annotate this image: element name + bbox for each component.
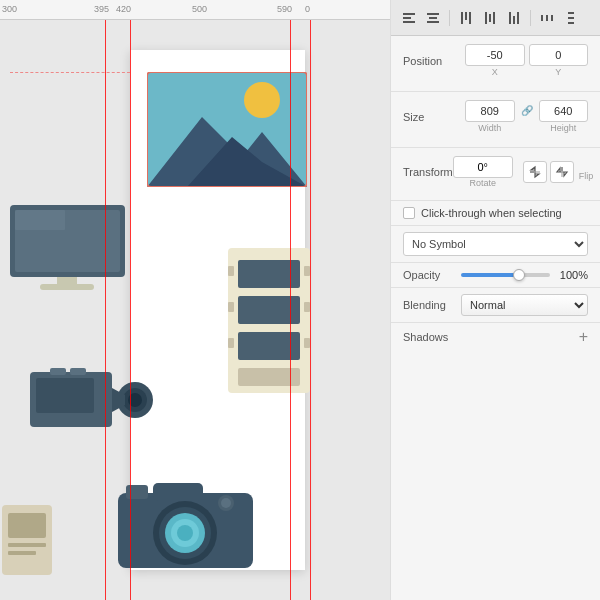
size-width-label: Width bbox=[478, 123, 501, 133]
svg-rect-8 bbox=[57, 277, 77, 285]
svg-rect-51 bbox=[469, 12, 471, 24]
blending-select[interactable]: Normal Multiply Screen Overlay bbox=[461, 294, 588, 316]
svg-rect-55 bbox=[509, 12, 511, 24]
opacity-slider[interactable] bbox=[461, 273, 550, 277]
svg-point-38 bbox=[221, 498, 231, 508]
flip-vertical-button[interactable] bbox=[550, 161, 574, 183]
size-width-input[interactable] bbox=[465, 100, 515, 122]
rotate-input[interactable] bbox=[453, 156, 513, 178]
ruler-mark-420: 420 bbox=[116, 4, 131, 14]
align-middle-v-icon[interactable] bbox=[480, 8, 500, 28]
video-icon bbox=[30, 360, 155, 440]
opacity-label: Opacity bbox=[403, 269, 455, 281]
svg-rect-28 bbox=[70, 368, 86, 375]
position-y-input[interactable] bbox=[529, 44, 589, 66]
size-label: Size bbox=[403, 111, 465, 123]
flip-buttons: Flip bbox=[523, 161, 594, 183]
flip-label: Flip bbox=[579, 171, 594, 181]
svg-rect-62 bbox=[568, 17, 574, 19]
opacity-value: 100% bbox=[556, 269, 588, 281]
align-center-h-icon[interactable] bbox=[423, 8, 443, 28]
svg-rect-50 bbox=[465, 12, 467, 20]
position-fields: X Y bbox=[465, 44, 588, 77]
monitor-icon bbox=[5, 205, 130, 290]
svg-rect-53 bbox=[489, 14, 491, 22]
blending-label: Blending bbox=[403, 299, 455, 311]
shadows-row: Shadows + bbox=[391, 323, 600, 351]
align-bottom-icon[interactable] bbox=[504, 8, 524, 28]
position-y-wrap: Y bbox=[529, 44, 589, 77]
horizontal-ruler: 300 395 420 500 590 0 bbox=[0, 0, 390, 20]
svg-rect-22 bbox=[36, 378, 94, 413]
guide-line-1 bbox=[105, 20, 106, 600]
transform-row: Transform Rotate bbox=[403, 156, 588, 188]
camera-icon bbox=[108, 475, 263, 575]
svg-rect-15 bbox=[228, 266, 234, 276]
ruler-mark-300: 300 bbox=[2, 4, 17, 14]
svg-rect-7 bbox=[15, 210, 65, 230]
guide-line-4 bbox=[310, 20, 311, 600]
canvas-content bbox=[0, 20, 390, 600]
svg-rect-58 bbox=[541, 15, 543, 21]
panel-toolbar bbox=[391, 0, 600, 36]
size-height-label: Height bbox=[550, 123, 576, 133]
guide-dashed bbox=[10, 72, 130, 73]
svg-rect-63 bbox=[568, 22, 574, 24]
position-x-label: X bbox=[492, 67, 498, 77]
svg-rect-47 bbox=[429, 17, 437, 19]
position-row: Position X Y bbox=[403, 44, 588, 77]
distribute-v-icon[interactable] bbox=[561, 8, 581, 28]
svg-rect-52 bbox=[485, 12, 487, 24]
position-x-input[interactable] bbox=[465, 44, 525, 66]
svg-rect-44 bbox=[403, 17, 411, 19]
svg-rect-30 bbox=[153, 483, 203, 501]
flip-horizontal-button[interactable] bbox=[523, 161, 547, 183]
opacity-row: Opacity 100% bbox=[391, 263, 600, 288]
size-height-input[interactable] bbox=[539, 100, 589, 122]
right-panel: Position X Y Size Width bbox=[390, 0, 600, 600]
position-y-label: Y bbox=[555, 67, 561, 77]
symbol-select[interactable]: No Symbol bbox=[403, 232, 588, 256]
clickthrough-row: Click-through when selecting bbox=[391, 201, 600, 226]
svg-rect-27 bbox=[50, 368, 66, 375]
symbol-dropdown-wrap: No Symbol bbox=[403, 232, 588, 256]
symbol-row: No Symbol bbox=[391, 226, 600, 263]
align-left-icon[interactable] bbox=[399, 8, 419, 28]
toolbar-separator-1 bbox=[449, 10, 450, 26]
opacity-thumb[interactable] bbox=[513, 269, 525, 281]
canvas-area[interactable]: 300 395 420 500 590 0 bbox=[0, 0, 390, 600]
shadows-label: Shadows bbox=[403, 331, 448, 343]
svg-rect-59 bbox=[546, 15, 548, 21]
ruler-mark-0: 0 bbox=[305, 4, 310, 14]
ruler-mark-590: 590 bbox=[277, 4, 292, 14]
blending-row: Blending Normal Multiply Screen Overlay bbox=[391, 288, 600, 323]
transform-fields: Rotate bbox=[453, 156, 594, 188]
position-section: Position X Y bbox=[391, 36, 600, 92]
svg-rect-42 bbox=[8, 551, 36, 555]
clickthrough-checkbox[interactable] bbox=[403, 207, 415, 219]
shadows-add-button[interactable]: + bbox=[579, 329, 588, 345]
align-top-icon[interactable] bbox=[456, 8, 476, 28]
size-fields: Width 🔗 Height bbox=[465, 100, 588, 133]
position-label: Position bbox=[403, 55, 465, 67]
film-strip-icon bbox=[228, 248, 310, 393]
svg-rect-48 bbox=[427, 21, 439, 23]
svg-rect-49 bbox=[461, 12, 463, 24]
svg-rect-56 bbox=[513, 16, 515, 24]
clickthrough-label: Click-through when selecting bbox=[421, 207, 562, 219]
ruler-mark-500: 500 bbox=[192, 4, 207, 14]
svg-rect-40 bbox=[8, 513, 46, 538]
svg-rect-61 bbox=[568, 12, 574, 14]
guide-line-2 bbox=[130, 20, 131, 600]
size-height-wrap: Height bbox=[539, 100, 589, 133]
size-width-wrap: Width bbox=[465, 100, 515, 133]
svg-rect-54 bbox=[493, 12, 495, 24]
svg-rect-45 bbox=[403, 21, 415, 23]
svg-rect-41 bbox=[8, 543, 46, 547]
size-row: Size Width 🔗 Height bbox=[403, 100, 588, 133]
svg-rect-43 bbox=[403, 13, 415, 15]
size-section: Size Width 🔗 Height bbox=[391, 92, 600, 148]
distribute-h-icon[interactable] bbox=[537, 8, 557, 28]
size-lock-icon[interactable]: 🔗 bbox=[519, 105, 535, 116]
transform-section: Transform Rotate bbox=[391, 148, 600, 201]
